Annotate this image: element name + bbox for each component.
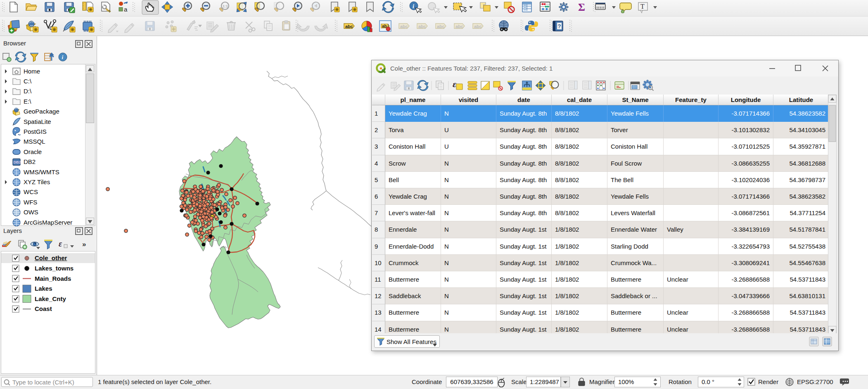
svg-text:abc: abc	[345, 24, 353, 29]
svg-text:DB2: DB2	[14, 160, 21, 164]
svg-text:1:1: 1:1	[223, 4, 228, 8]
svg-text:a: a	[124, 6, 128, 13]
svg-text:T: T	[640, 3, 645, 10]
svg-text:abc: abc	[474, 24, 482, 29]
svg-text:Σ: Σ	[578, 1, 585, 13]
svg-text:ε: ε	[453, 79, 456, 89]
svg-text:ab: ab	[382, 24, 387, 28]
svg-text:abc: abc	[400, 24, 408, 29]
svg-text:abc: abc	[418, 24, 426, 29]
svg-text:ε: ε	[59, 239, 62, 248]
svg-text:abc: abc	[437, 24, 445, 29]
svg-text:abc: abc	[455, 24, 463, 29]
svg-text:?: ?	[558, 23, 561, 29]
svg-text:i: i	[413, 3, 414, 9]
svg-text:»: »	[82, 240, 86, 248]
svg-text:i: i	[62, 54, 64, 60]
